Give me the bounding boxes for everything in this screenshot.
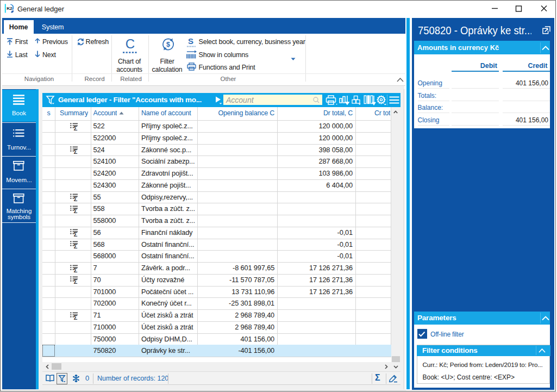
svg-text:Σ: Σ [74, 243, 78, 250]
svg-text:Σ: Σ [74, 231, 78, 238]
svg-text:K2: K2 [7, 6, 12, 10]
svg-text:$: $ [166, 41, 170, 48]
svg-text:Σ: Σ [74, 266, 78, 273]
svg-text:Σ: Σ [74, 207, 78, 214]
svg-text:Σ: Σ [74, 196, 78, 202]
svg-text:Σ: Σ [74, 278, 78, 285]
svg-text:Σ: Σ [74, 314, 78, 320]
svg-text:Σ: Σ [74, 148, 78, 155]
svg-text:Σ: Σ [74, 125, 78, 131]
